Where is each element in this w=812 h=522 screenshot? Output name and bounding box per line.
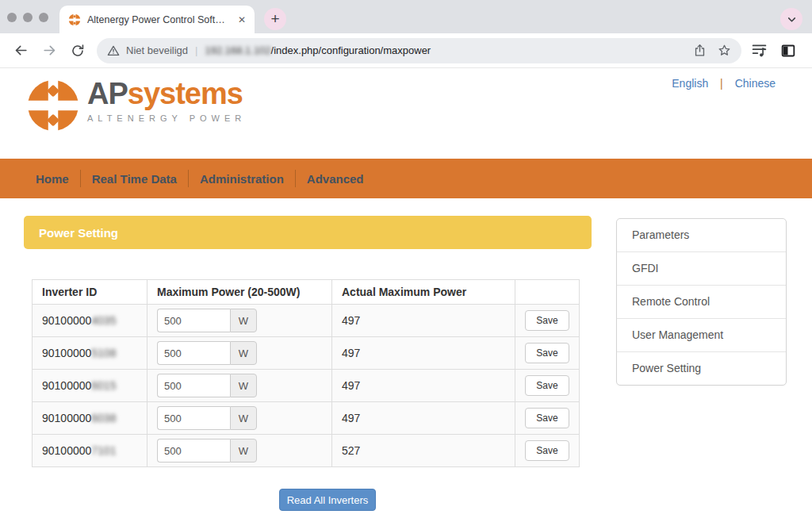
zoom-window-button[interactable] — [39, 13, 48, 22]
chevron-down-icon — [787, 14, 797, 25]
menu-item-gfdi[interactable]: GFDI — [617, 251, 786, 285]
tab-strip: Altenergy Power Control Software ✕ + — [0, 0, 812, 33]
header-actual-maximum-power: Actual Maximum Power — [332, 280, 515, 305]
table-row: 901000006015 W 497 Save — [33, 370, 580, 402]
actual-power-cell: 527 — [332, 435, 515, 467]
save-cell: Save — [515, 337, 580, 370]
settings-side-menu: Parameters GFDI Remote Control User Mana… — [616, 218, 787, 386]
save-button[interactable]: Save — [525, 375, 569, 396]
max-power-input[interactable] — [157, 309, 230, 332]
browser-toolbar: Niet beveiligd | 192.168.1.102 /index.ph… — [0, 33, 812, 68]
logo-text: APsystems ALTENERGY POWER — [87, 79, 246, 123]
nav-item-advanced[interactable]: Advanced — [296, 172, 375, 186]
max-power-input[interactable] — [157, 439, 230, 463]
max-power-cell: W — [147, 402, 332, 435]
max-power-input[interactable] — [157, 406, 230, 430]
watt-unit-label: W — [230, 341, 257, 365]
save-button[interactable]: Save — [525, 440, 569, 461]
save-button[interactable]: Save — [525, 408, 569, 428]
inverter-id-cell: 901000007101 — [33, 435, 147, 467]
share-icon — [693, 44, 707, 57]
forward-button[interactable] — [37, 39, 61, 63]
inverter-id-blurred: 7101 — [91, 444, 116, 457]
max-power-cell: W — [147, 337, 332, 370]
table-row: 901000005108 W 497 Save — [33, 337, 580, 370]
page-title-banner: Power Setting — [24, 216, 592, 249]
apsystems-logo: APsystems ALTENERGY POWER — [26, 79, 246, 132]
max-power-input[interactable] — [157, 374, 230, 397]
browser-window: Altenergy Power Control Software ✕ + — [0, 0, 812, 522]
reload-button[interactable] — [66, 39, 90, 63]
bookmark-button[interactable] — [718, 44, 731, 57]
security-warning-icon[interactable] — [107, 44, 120, 57]
inverter-id-blurred: 6015 — [91, 379, 116, 392]
traffic-lights — [7, 13, 48, 22]
back-arrow-icon — [13, 43, 29, 58]
url-host-blurred: 192.168.1.102 — [205, 44, 270, 56]
language-link-english[interactable]: English — [672, 77, 708, 90]
menu-item-power-setting[interactable]: Power Setting — [617, 351, 786, 385]
actual-power-cell: 497 — [332, 370, 515, 402]
menu-item-parameters[interactable]: Parameters — [617, 219, 786, 251]
web-page: English | Chinese APsystems ALTENERGY PO… — [0, 68, 812, 522]
address-bar[interactable]: Niet beveiligd | 192.168.1.102 /index.ph… — [97, 38, 741, 63]
save-cell: Save — [515, 305, 580, 337]
inverter-id-blurred: 6038 — [91, 412, 116, 424]
address-separator: | — [195, 44, 197, 56]
max-power-cell: W — [147, 305, 332, 337]
browser-tab[interactable]: Altenergy Power Control Software ✕ — [59, 6, 255, 33]
main-nav: Home Real Time Data Administration Advan… — [0, 159, 812, 198]
save-cell: Save — [515, 435, 580, 467]
minimize-window-button[interactable] — [23, 13, 33, 22]
actual-power-cell: 497 — [332, 337, 515, 370]
table-row: 901000006038 W 497 Save — [33, 402, 580, 435]
tab-search-button[interactable] — [780, 8, 802, 30]
side-panel-button[interactable] — [780, 43, 796, 59]
inverter-table: Inverter ID Maximum Power (20-500W) Actu… — [32, 279, 580, 467]
watt-unit-label: W — [230, 406, 257, 430]
tab-close-icon[interactable]: ✕ — [238, 14, 246, 25]
max-power-cell: W — [147, 435, 332, 467]
media-controls-button[interactable] — [751, 42, 768, 59]
nav-item-real-time-data[interactable]: Real Time Data — [81, 172, 188, 186]
language-switcher: English | Chinese — [672, 77, 776, 90]
watt-unit-label: W — [230, 309, 257, 332]
page-title: Power Setting — [39, 226, 118, 240]
url-path: /index.php/configuration/maxpower — [271, 44, 431, 56]
inverter-id-cell: 901000004035 — [33, 305, 147, 337]
actual-power-cell: 497 — [332, 305, 515, 337]
inverter-id-cell: 901000006038 — [33, 402, 147, 435]
menu-item-user-management[interactable]: User Management — [617, 318, 786, 351]
save-button[interactable]: Save — [525, 343, 569, 363]
max-power-cell: W — [147, 370, 332, 402]
tab-favicon-icon — [68, 13, 81, 26]
save-cell: Save — [515, 402, 580, 435]
max-power-input[interactable] — [157, 341, 230, 365]
language-link-chinese[interactable]: Chinese — [735, 77, 776, 90]
back-button[interactable] — [9, 39, 33, 63]
watt-unit-label: W — [230, 439, 257, 463]
header-actions — [515, 280, 580, 305]
inverter-id-blurred: 4035 — [91, 314, 116, 327]
tab-title: Altenergy Power Control Software — [87, 14, 232, 25]
header-maximum-power: Maximum Power (20-500W) — [147, 280, 332, 305]
language-separator: | — [720, 77, 723, 90]
brand-prefix: AP — [87, 77, 128, 110]
apsystems-sun-icon — [26, 79, 80, 132]
brand-suffix: systems — [128, 77, 243, 110]
inverter-id-cell: 901000005108 — [33, 337, 147, 370]
share-button[interactable] — [693, 44, 707, 57]
brand-tagline: ALTENERGY POWER — [87, 113, 246, 123]
table-row: 901000007101 W 527 Save — [33, 435, 580, 467]
nav-item-home[interactable]: Home — [25, 172, 80, 186]
close-window-button[interactable] — [7, 13, 17, 22]
save-button[interactable]: Save — [525, 310, 569, 331]
menu-item-remote-control[interactable]: Remote Control — [617, 285, 786, 318]
forward-arrow-icon — [42, 43, 57, 58]
read-all-inverters-button[interactable]: Read All Inverters — [279, 489, 376, 511]
nav-item-administration[interactable]: Administration — [189, 172, 295, 186]
table-row: 901000004035 W 497 Save — [33, 305, 580, 337]
save-cell: Save — [515, 370, 580, 402]
actual-power-cell: 497 — [332, 402, 515, 435]
new-tab-button[interactable]: + — [264, 8, 286, 30]
